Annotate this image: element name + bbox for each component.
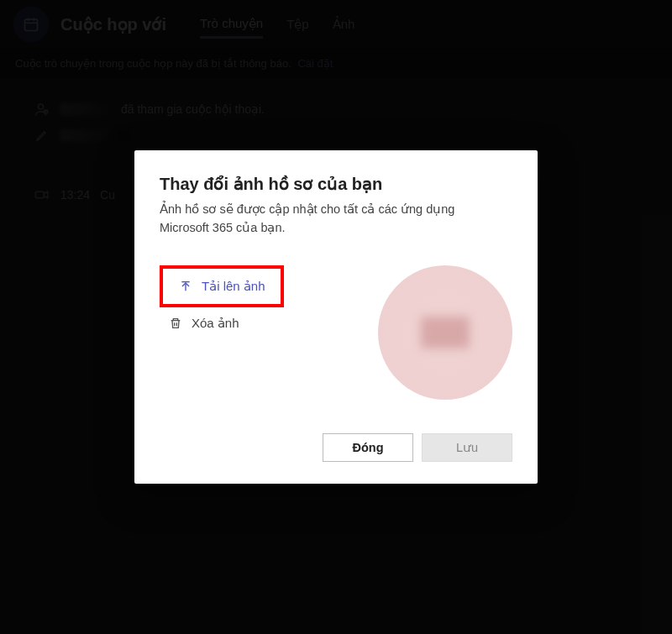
modal-footer: Đóng Lưu	[160, 433, 512, 462]
avatar-blurred-content	[421, 317, 470, 348]
upload-label: Tải lên ảnh	[202, 279, 265, 294]
trash-icon	[168, 316, 183, 331]
avatar-preview	[378, 265, 512, 400]
delete-label: Xóa ảnh	[192, 316, 239, 331]
modal-body: Tải lên ảnh Xóa ảnh	[160, 265, 512, 400]
change-profile-picture-modal: Thay đổi ảnh hồ sơ của bạn Ảnh hồ sơ sẽ …	[134, 150, 538, 483]
tutorial-highlight: Tải lên ảnh	[160, 265, 284, 307]
modal-actions: Tải lên ảnh Xóa ảnh	[160, 265, 284, 338]
upload-image-button[interactable]: Tải lên ảnh	[170, 272, 274, 301]
upload-icon	[178, 279, 193, 294]
save-button[interactable]: Lưu	[422, 433, 512, 462]
modal-title: Thay đổi ảnh hồ sơ của bạn	[160, 174, 512, 194]
delete-image-button[interactable]: Xóa ảnh	[160, 309, 284, 338]
modal-subtitle: Ảnh hồ sơ sẽ được cập nhật cho tất cả cá…	[160, 201, 470, 236]
close-button[interactable]: Đóng	[323, 433, 413, 462]
modal-overlay: Thay đổi ảnh hồ sơ của bạn Ảnh hồ sơ sẽ …	[0, 0, 672, 634]
